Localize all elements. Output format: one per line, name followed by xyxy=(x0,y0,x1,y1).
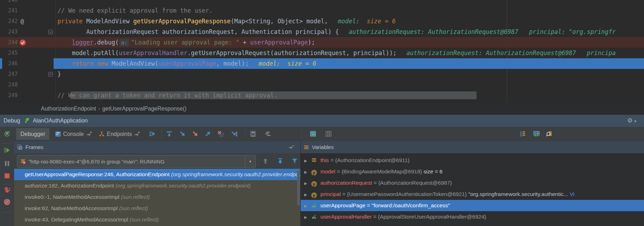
inline-debugger-hint: authorizationRequest: AuthorizationReque… xyxy=(349,28,615,35)
variable-row-principal[interactable]: ▶pprincipal = {UsernamePasswordAuthentic… xyxy=(301,189,644,200)
breakpoint-icon[interactable] xyxy=(19,39,26,46)
code-text[interactable]: private ModelAndView getUserApprovalPage… xyxy=(43,16,395,26)
resume-button[interactable] xyxy=(4,147,11,154)
parameter-icon: p xyxy=(311,192,317,198)
stack-frame-row[interactable]: invoke0:-1, NativeMethodAccessorImpl (su… xyxy=(14,191,300,203)
columns-view-button[interactable] xyxy=(325,130,332,137)
thread-icon xyxy=(20,159,26,164)
settings-gear-button[interactable]: ⚙ ▾ xyxy=(627,115,636,127)
tab-label: Console xyxy=(63,128,84,140)
line-number: 242 xyxy=(0,16,18,26)
thread-selector-arrow[interactable]: ▼ xyxy=(245,155,256,167)
variable-value-ref: {ApprovalStoreUserApprovalHandler@6924} xyxy=(378,214,486,220)
drop-frame-button[interactable] xyxy=(217,130,224,137)
stack-frame-row[interactable]: invoke:62, NativeMethodAccessorImpl (sun… xyxy=(14,203,300,214)
rerun-button[interactable] xyxy=(4,130,11,137)
editor[interactable]: 240241 // We need explicit approval from… xyxy=(0,0,644,102)
code-text[interactable]: return new ModelAndView(userApprovalPage… xyxy=(43,58,316,69)
stack-frame-row[interactable]: invoke:43, DelegatingMethodAccessorImpl … xyxy=(14,214,300,225)
toolbar-separator xyxy=(2,143,12,144)
watches-button[interactable] xyxy=(533,130,540,137)
frames-toolbar: "http-nio-8080-exec-4"@6,870 in group "m… xyxy=(14,153,300,169)
code-text[interactable]: AuthorizationRequest authorizationReques… xyxy=(43,26,616,37)
hide-frames-filter-button[interactable] xyxy=(291,157,298,165)
code-line-245[interactable]: 245 model.putAll(userApprovalHandler.get… xyxy=(0,48,644,58)
variable-row-this[interactable]: ▶this = {AuthorizationEndpoint@6911} xyxy=(301,155,644,166)
expand-arrow-icon[interactable]: ▶ xyxy=(304,189,309,200)
endpoints-icon xyxy=(99,131,105,137)
step-over-button[interactable] xyxy=(166,130,173,137)
search-button[interactable] xyxy=(546,130,553,137)
toolbar-separator xyxy=(259,156,259,165)
variable-row-userApprovalPage[interactable]: ▶userApprovalPage = "forward:/oauth/conf… xyxy=(301,200,644,211)
expand-arrow-icon[interactable]: ▶ xyxy=(304,200,309,211)
run-to-cursor-button[interactable] xyxy=(231,130,238,137)
evaluate-expression-button[interactable] xyxy=(250,130,257,137)
variable-name: userApprovalPage xyxy=(320,202,366,208)
expand-arrow-icon[interactable]: ▶ xyxy=(304,178,309,189)
step-into-button[interactable] xyxy=(179,130,186,137)
pause-button[interactable] xyxy=(4,160,11,167)
code-line-243[interactable]: 243 AuthorizationRequest authorizationRe… xyxy=(0,26,644,37)
stack-frame-row[interactable]: authorize:182, AuthorizationEndpoint (or… xyxy=(14,180,300,191)
code-text[interactable]: model.putAll(userApprovalHandler.getUser… xyxy=(43,48,616,58)
fold-marker-icon[interactable] xyxy=(48,72,53,77)
thread-selector[interactable]: "http-nio-8080-exec-4"@6,870 in group "m… xyxy=(17,155,256,168)
toolbar-separator xyxy=(2,212,12,213)
code-line-249[interactable]: 249 // We can grant a token and return i… xyxy=(0,90,644,101)
breadcrumb-method[interactable]: getUserApprovalPageResponse() xyxy=(102,106,186,112)
pin-icon[interactable] xyxy=(288,144,294,150)
ide-window: 240241 // We need explicit approval from… xyxy=(0,0,644,226)
threads-view-button[interactable] xyxy=(519,130,526,137)
gear-icon: ⚙ xyxy=(627,117,632,124)
code-line-240[interactable]: 240 xyxy=(0,0,644,5)
code-text[interactable]: // We need explicit approval from the us… xyxy=(43,5,213,16)
inline-debugger-hint: authorizationRequest: AuthorizationReque… xyxy=(406,49,616,56)
tab-debugger[interactable]: Debugger xyxy=(16,128,49,140)
variable-value-eq: = xyxy=(372,180,379,186)
frames-icon xyxy=(17,144,23,150)
next-frame-button[interactable] xyxy=(277,157,284,165)
line-number: 247 xyxy=(0,69,18,79)
stack-frame-row[interactable]: getUserApprovalPageResponse:246, Authori… xyxy=(14,169,300,180)
code-line-242[interactable]: 242@ private ModelAndView getUserApprova… xyxy=(0,16,644,26)
stop-button[interactable] xyxy=(4,172,11,179)
code-line-246[interactable]: 246 return new ModelAndView(userApproval… xyxy=(0,58,644,69)
line-number: 246 xyxy=(0,58,18,69)
override-annotation-icon[interactable]: @ xyxy=(20,16,24,26)
line-number: 245 xyxy=(0,48,18,58)
variable-name: userApprovalHandler xyxy=(320,214,372,220)
variable-row-authorizationRequest[interactable]: ▶pauthorizationRequest = {AuthorizationR… xyxy=(301,177,644,189)
variable-name: model xyxy=(320,168,335,174)
variable-row-model[interactable]: ▶pmodel = {BindingAwareModelMap@6918} si… xyxy=(301,166,644,177)
tab-console[interactable]: Console xyxy=(51,128,96,140)
table-view-button[interactable] xyxy=(309,130,317,137)
show-execution-point-button[interactable] xyxy=(149,130,156,137)
view-breakpoints-button[interactable] xyxy=(4,186,11,194)
variable-value-link[interactable]: Vi xyxy=(568,191,575,197)
variable-value-ref: {BindingAwareModelMap@6918} xyxy=(342,168,422,174)
breadcrumb-class[interactable]: AuthorizationEndpoint xyxy=(41,106,96,112)
code-line-247[interactable]: 247 } xyxy=(0,69,644,79)
tab-endpoints[interactable]: Endpoints xyxy=(94,128,144,140)
code-text[interactable]: logger.debug(o:"Loading user approval pa… xyxy=(43,37,315,48)
code-line-241[interactable]: 241 // We need explicit approval from th… xyxy=(0,5,644,16)
step-out-button[interactable] xyxy=(204,130,211,137)
variable-value-eq: = xyxy=(366,202,372,208)
previous-frame-button[interactable] xyxy=(262,157,269,165)
code-line-248[interactable]: 248 xyxy=(0,79,644,90)
variable-value-str: "forward:/oauth/confirm_access" xyxy=(372,202,450,208)
expand-arrow-icon[interactable]: ▶ xyxy=(304,166,309,177)
frames-scrollbar-thumb[interactable] xyxy=(297,170,300,206)
variable-value-extra: size = 6 xyxy=(422,168,442,174)
mute-breakpoints-button[interactable] xyxy=(4,198,11,206)
variable-value-ref: {UsernamePasswordAuthenticationToken@692… xyxy=(347,191,467,197)
force-step-into-button[interactable] xyxy=(192,130,199,137)
layout-settings-button[interactable] xyxy=(264,130,271,137)
expand-arrow-icon[interactable]: ▶ xyxy=(304,212,309,222)
expand-arrow-icon[interactable]: ▶ xyxy=(304,155,309,166)
fold-marker-icon[interactable] xyxy=(48,30,53,34)
code-text[interactable]: // We can grant a token and return it wi… xyxy=(43,90,277,101)
variable-row-userApprovalHandler[interactable]: ▶userApprovalHandler = {ApprovalStoreUse… xyxy=(301,211,644,222)
code-line-244[interactable]: 244 logger.debug(o:"Loading user approva… xyxy=(0,37,644,48)
